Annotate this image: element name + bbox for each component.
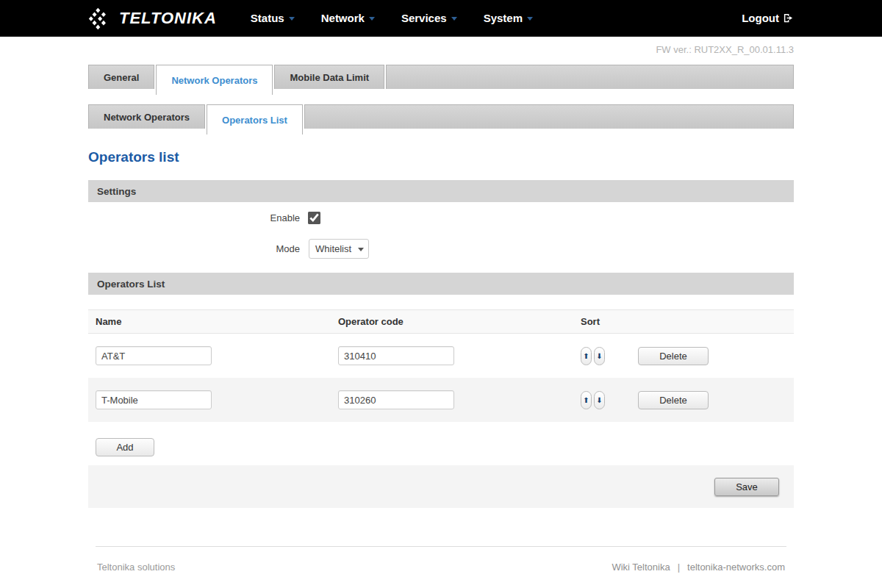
footer-left-text: Teltonika solutions	[97, 562, 175, 573]
arrow-down-icon: ⬇	[596, 396, 602, 404]
menu-item-network[interactable]: Network	[321, 12, 375, 24]
menu-label-services: Services	[401, 12, 447, 24]
brand-text: TELTONIKA	[119, 9, 217, 28]
tab-general[interactable]: General	[88, 65, 154, 89]
subtab-operators-list-label: Operators List	[222, 115, 287, 126]
logout-button[interactable]: Logout	[742, 12, 794, 24]
teltonika-logo[interactable]: TELTONIKA	[88, 7, 217, 30]
mode-select[interactable]: Whitelist	[309, 239, 369, 259]
sort-controls: ⬆ ⬇	[581, 347, 605, 365]
menu-item-services[interactable]: Services	[401, 12, 457, 24]
mode-row: Mode Whitelist	[88, 233, 794, 264]
main-menu: Status Network Services System	[251, 12, 533, 24]
settings-header-label: Settings	[97, 186, 136, 197]
operators-section-header: Operators List	[88, 273, 794, 295]
enable-label: Enable	[88, 212, 309, 223]
settings-section: Settings Enable Mode Whitelist	[88, 180, 794, 264]
teltonika-logo-icon	[88, 7, 116, 30]
operators-section: Operators List Name Operator code Sort ⬆	[88, 273, 794, 456]
tabbar-filler	[386, 65, 794, 89]
operators-header-label: Operators List	[97, 279, 165, 290]
menu-item-status[interactable]: Status	[251, 12, 295, 24]
subtab-network-operators[interactable]: Network Operators	[88, 104, 205, 129]
column-header-name: Name	[88, 316, 338, 327]
tabbar-filler	[304, 104, 794, 129]
mode-label: Mode	[88, 243, 309, 254]
tab-mobile-data-limit-label: Mobile Data Limit	[290, 72, 369, 83]
sort-controls: ⬆ ⬇	[581, 391, 605, 409]
primary-tabbar: General Network Operators Mobile Data Li…	[88, 65, 794, 89]
menu-item-system[interactable]: System	[484, 12, 533, 24]
chevron-down-icon	[358, 248, 364, 251]
enable-checkbox[interactable]	[308, 211, 320, 223]
footer-wiki-link[interactable]: Wiki Teltonika	[612, 562, 670, 573]
operator-name-input-1[interactable]	[96, 346, 212, 365]
arrow-down-icon: ⬇	[596, 352, 602, 360]
column-header-operator-code: Operator code	[338, 316, 581, 327]
fw-version: FW ver.: RUT2XX_R_00.01.11.3	[88, 37, 794, 65]
settings-section-header: Settings	[88, 180, 794, 202]
logout-icon	[783, 12, 794, 24]
menu-label-status: Status	[251, 12, 284, 24]
operator-code-input-1[interactable]	[338, 346, 454, 365]
subtab-operators-list[interactable]: Operators List	[207, 104, 303, 135]
chevron-down-icon	[369, 17, 375, 21]
secondary-tabbar: Network Operators Operators List	[88, 104, 794, 129]
page-title: Operators list	[88, 149, 794, 165]
footer-site-link[interactable]: teltonika-networks.com	[687, 562, 785, 573]
chevron-down-icon	[289, 17, 295, 21]
menu-label-system: System	[484, 12, 523, 24]
sort-up-button[interactable]: ⬆	[581, 391, 592, 409]
operators-table-header: Name Operator code Sort	[88, 309, 794, 334]
sort-down-button[interactable]: ⬇	[594, 391, 605, 409]
operator-name-input-2[interactable]	[96, 390, 212, 409]
tab-network-operators[interactable]: Network Operators	[156, 65, 273, 95]
mode-select-value: Whitelist	[315, 243, 351, 254]
footer-links: Wiki Teltonika | teltonika-networks.com	[612, 562, 785, 573]
footer-separator: |	[678, 562, 680, 573]
delete-button[interactable]: Delete	[638, 391, 709, 409]
column-header-sort: Sort	[581, 316, 638, 327]
add-button[interactable]: Add	[96, 438, 154, 456]
chevron-down-icon	[527, 17, 533, 21]
arrow-up-icon: ⬆	[583, 396, 589, 404]
chevron-down-icon	[451, 17, 457, 21]
menu-label-network: Network	[321, 12, 365, 24]
arrow-up-icon: ⬆	[583, 352, 589, 360]
tab-network-operators-label: Network Operators	[171, 75, 257, 86]
logout-label: Logout	[742, 12, 779, 24]
tab-mobile-data-limit[interactable]: Mobile Data Limit	[274, 65, 384, 89]
tab-general-label: General	[104, 72, 139, 83]
operator-code-input-2[interactable]	[338, 390, 454, 409]
operator-row: ⬆ ⬇ Delete	[88, 334, 794, 378]
page-footer: Teltonika solutions Wiki Teltonika | tel…	[96, 546, 786, 588]
top-navbar: TELTONIKA Status Network Services System…	[0, 0, 882, 37]
sort-down-button[interactable]: ⬇	[594, 347, 605, 365]
operator-row: ⬆ ⬇ Delete	[88, 378, 794, 422]
save-button[interactable]: Save	[714, 478, 779, 496]
save-bar: Save	[88, 465, 794, 508]
enable-row: Enable	[88, 202, 794, 233]
sort-up-button[interactable]: ⬆	[581, 347, 592, 365]
delete-button[interactable]: Delete	[638, 347, 709, 365]
subtab-network-operators-label: Network Operators	[104, 112, 190, 123]
